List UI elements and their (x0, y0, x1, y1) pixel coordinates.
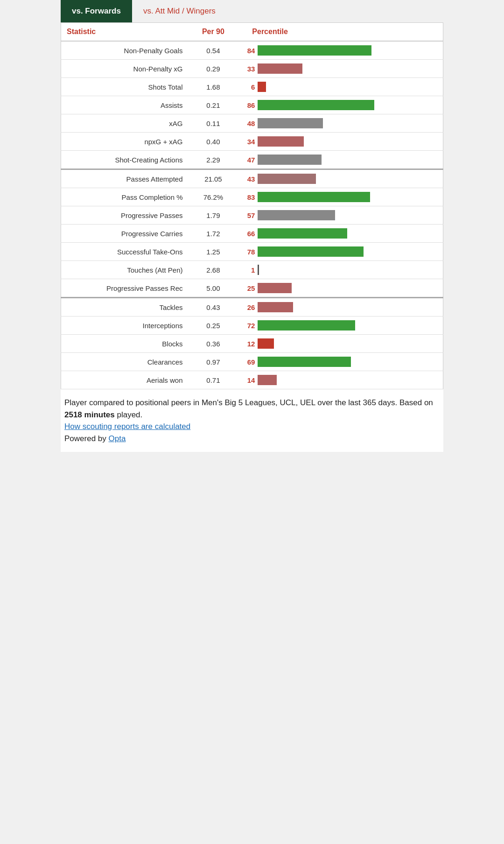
percentile-cell: 78 (238, 243, 443, 261)
footer: Player compared to positional peers in M… (61, 389, 443, 452)
table-row: Successful Take-Ons1.2578 (61, 243, 443, 261)
percentile-cell: 84 (238, 41, 443, 60)
footer-text2: played. (115, 410, 143, 419)
bar-container (258, 100, 437, 110)
bar-container (258, 136, 437, 147)
percentile-cell: 66 (238, 225, 443, 243)
percentile-cell: 69 (238, 353, 443, 371)
stat-name: Touches (Att Pen) (61, 261, 189, 279)
bar-container (258, 283, 437, 293)
stat-name: Non-Penalty Goals (61, 41, 189, 60)
tabs-container: vs. Forwards vs. Att Mid / Wingers (61, 0, 443, 22)
percentile-number: 57 (242, 211, 255, 219)
table-row: Passes Attempted21.0543 (61, 169, 443, 188)
per90-value: 1.68 (189, 78, 238, 96)
percentile-bar (258, 155, 321, 165)
percentile-number: 69 (242, 358, 255, 366)
per90-value: 1.72 (189, 225, 238, 243)
per90-value: 1.25 (189, 243, 238, 261)
footer-text3: Powered by (64, 434, 109, 443)
per90-value: 0.97 (189, 353, 238, 371)
header-per90: Per 90 (189, 23, 238, 42)
percentile-bar (258, 82, 266, 92)
percentile-bar (258, 283, 292, 293)
tab-forwards[interactable]: vs. Forwards (61, 0, 132, 22)
per90-value: 1.79 (189, 206, 238, 225)
percentile-cell: 25 (238, 279, 443, 298)
percentile-number: 1 (242, 266, 255, 274)
percentile-cell: 57 (238, 206, 443, 225)
per90-value: 0.29 (189, 60, 238, 78)
stat-name: Shot-Creating Actions (61, 151, 189, 169)
stat-name: Progressive Passes Rec (61, 279, 189, 298)
percentile-bar (258, 357, 351, 367)
table-row: Progressive Passes Rec5.0025 (61, 279, 443, 298)
percentile-cell: 12 (238, 335, 443, 353)
percentile-bar (258, 228, 347, 239)
table-row: Clearances0.9769 (61, 353, 443, 371)
percentile-number: 25 (242, 284, 255, 292)
stat-name: Clearances (61, 353, 189, 371)
bar-container (258, 210, 437, 220)
footer-text1: Player compared to positional peers in M… (64, 398, 433, 407)
bar-container (258, 192, 437, 202)
bar-container (258, 63, 437, 74)
bar-container (258, 357, 437, 367)
percentile-cell: 86 (238, 96, 443, 114)
stat-name: Pass Completion % (61, 188, 189, 206)
percentile-cell: 6 (238, 78, 443, 96)
per90-value: 2.68 (189, 261, 238, 279)
bar-container (258, 302, 437, 312)
table-row: Non-Penalty Goals0.5484 (61, 41, 443, 60)
percentile-bar (258, 174, 316, 184)
percentile-cell: 83 (238, 188, 443, 206)
per90-value: 0.21 (189, 96, 238, 114)
bar-container (258, 174, 437, 184)
per90-value: 0.43 (189, 298, 238, 316)
percentile-bar (258, 302, 293, 312)
percentile-number: 84 (242, 47, 255, 55)
percentile-bar (258, 63, 302, 74)
bar-container (258, 45, 437, 56)
tab-att-mid[interactable]: vs. Att Mid / Wingers (132, 0, 227, 22)
percentile-bar (258, 375, 277, 385)
per90-value: 0.40 (189, 133, 238, 151)
stats-table: Statistic Per 90 Percentile Non-Penalty … (61, 22, 443, 389)
percentile-number: 72 (242, 322, 255, 330)
table-row: Progressive Carries1.7266 (61, 225, 443, 243)
stat-name: Non-Penalty xG (61, 60, 189, 78)
percentile-cell: 1 (238, 261, 443, 279)
percentile-number: 78 (242, 248, 255, 256)
table-row: Progressive Passes1.7957 (61, 206, 443, 225)
percentile-cell: 34 (238, 133, 443, 151)
table-header-row: Statistic Per 90 Percentile (61, 23, 443, 42)
table-row: Interceptions0.2572 (61, 316, 443, 335)
percentile-bar (258, 320, 355, 331)
percentile-bar (258, 338, 274, 349)
percentile-bar (258, 45, 371, 56)
percentile-number: 66 (242, 230, 255, 238)
percentile-bar (258, 246, 363, 257)
stat-name: Progressive Carries (61, 225, 189, 243)
stat-name: Successful Take-Ons (61, 243, 189, 261)
bar-container (258, 82, 437, 92)
table-row: Aerials won0.7114 (61, 371, 443, 389)
scouting-reports-link[interactable]: How scouting reports are calculated (64, 422, 190, 431)
percentile-bar (258, 265, 259, 275)
percentile-bar (258, 192, 370, 202)
percentile-cell: 33 (238, 60, 443, 78)
bar-container (258, 118, 437, 128)
percentile-cell: 72 (238, 316, 443, 335)
bar-container (258, 265, 437, 275)
header-statistic: Statistic (61, 23, 189, 42)
stat-name: Progressive Passes (61, 206, 189, 225)
bar-container (258, 375, 437, 385)
table-row: Non-Penalty xG0.2933 (61, 60, 443, 78)
percentile-number: 6 (242, 83, 255, 91)
stat-name: Passes Attempted (61, 169, 189, 188)
header-percentile: Percentile (238, 23, 443, 42)
opta-link[interactable]: Opta (109, 434, 126, 443)
stat-name: npxG + xAG (61, 133, 189, 151)
stat-name: Shots Total (61, 78, 189, 96)
table-row: Pass Completion %76.2%83 (61, 188, 443, 206)
